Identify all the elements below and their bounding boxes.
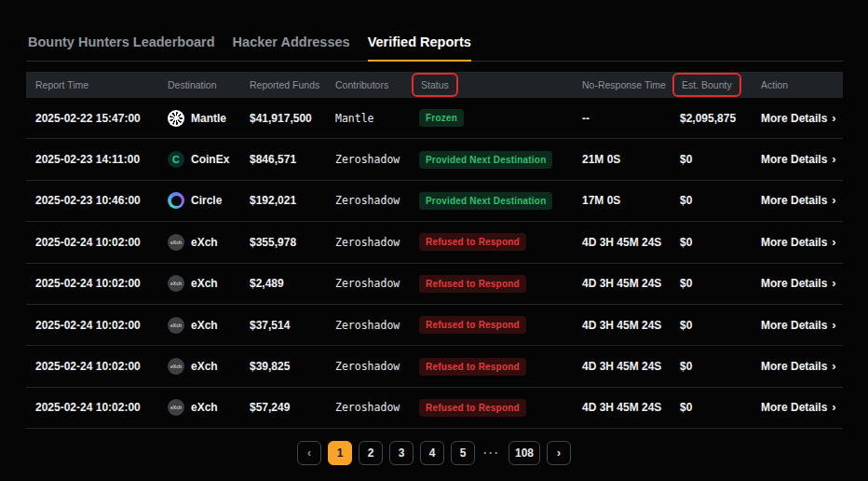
est-bounty: $0	[671, 153, 752, 166]
pagination-page-1[interactable]: 1	[328, 441, 352, 465]
table-row: 2025-02-24 10:02:00 eXch eXch $57,249 Ze…	[26, 388, 843, 429]
pagination-page-108[interactable]: 108	[509, 441, 540, 465]
column-header-est-bounty: Est. Bounty	[671, 77, 752, 92]
report-time: 2025-02-24 10:02:00	[26, 360, 158, 373]
more-details-label: More Details	[761, 401, 827, 414]
exch-icon: eXch	[168, 358, 184, 375]
destination-cell: C CoinEx	[158, 151, 240, 168]
table-row: 2025-02-23 14:11:00 C CoinEx $846,571 Ze…	[26, 139, 843, 180]
more-details-link[interactable]: More Details ›	[752, 112, 843, 125]
destination-name: eXch	[191, 236, 218, 249]
reported-funds: $355,978	[240, 236, 326, 249]
no-response-time: 4D 3H 45M 24S	[573, 319, 671, 332]
pagination-page-5[interactable]: 5	[451, 441, 475, 465]
status-cell: Refused to Respond	[410, 275, 573, 293]
mantle-icon	[168, 110, 184, 127]
chevron-right-icon: ›	[832, 277, 835, 289]
destination-name: eXch	[191, 401, 218, 414]
destination-cell: Mantle	[158, 110, 240, 127]
reported-funds: $41,917,500	[240, 112, 326, 125]
status-badge: Refused to Respond	[419, 358, 526, 376]
status-badge: Refused to Respond	[419, 316, 526, 334]
contributors: Zeroshadow	[326, 319, 410, 332]
circle-icon	[168, 192, 184, 209]
chevron-right-icon: ›	[832, 360, 835, 372]
destination-name: eXch	[191, 360, 218, 373]
chevron-right-icon: ›	[832, 236, 835, 248]
no-response-time: --	[573, 112, 671, 125]
pagination-prev-button[interactable]: ‹	[297, 441, 321, 465]
status-cell: Frozen	[410, 109, 573, 127]
more-details-label: More Details	[761, 194, 827, 207]
more-details-label: More Details	[761, 236, 827, 249]
pagination-next-button[interactable]: ›	[547, 441, 571, 465]
more-details-link[interactable]: More Details ›	[752, 277, 843, 290]
status-cell: Refused to Respond	[410, 233, 573, 251]
tab-hacker-addresses[interactable]: Hacker Addresses	[233, 34, 350, 61]
pagination: ‹12345···108›	[0, 441, 868, 465]
destination-cell: eXch eXch	[158, 234, 240, 251]
report-time: 2025-02-24 10:02:00	[26, 401, 158, 414]
est-bounty: $2,095,875	[671, 112, 752, 125]
reported-funds: $39,825	[240, 360, 326, 373]
pagination-page-4[interactable]: 4	[420, 441, 444, 465]
destination-name: eXch	[191, 319, 218, 332]
more-details-link[interactable]: More Details ›	[752, 153, 843, 166]
status-badge: Frozen	[419, 109, 464, 127]
more-details-link[interactable]: More Details ›	[752, 236, 843, 249]
destination-cell: eXch eXch	[158, 358, 240, 375]
tab-bounty-hunters-leaderboard[interactable]: Bounty Hunters Leaderboard	[28, 34, 215, 61]
table-row: 2025-02-24 10:02:00 eXch eXch $37,514 Ze…	[26, 305, 843, 346]
exch-icon: eXch	[168, 234, 184, 251]
est-bounty: $0	[671, 401, 752, 414]
reported-funds: $192,021	[240, 194, 326, 207]
chevron-right-icon: ›	[832, 319, 835, 331]
contributors: Zeroshadow	[326, 360, 410, 373]
status-badge: Refused to Respond	[419, 399, 526, 417]
contributors: Zeroshadow	[326, 277, 410, 290]
est-bounty: $0	[671, 236, 752, 249]
reported-funds: $2,489	[240, 277, 326, 290]
status-badge: Provided Next Destination	[419, 151, 552, 169]
est-bounty: $0	[671, 319, 752, 332]
chevron-right-icon: ›	[832, 194, 835, 206]
destination-name: CoinEx	[191, 153, 229, 166]
contributors: Zeroshadow	[326, 236, 410, 249]
more-details-label: More Details	[761, 112, 827, 125]
chevron-right-icon: ›	[832, 112, 835, 124]
table-row: 2025-02-24 10:02:00 eXch eXch $39,825 Ze…	[26, 346, 843, 387]
more-details-label: More Details	[761, 319, 827, 332]
tab-verified-reports[interactable]: Verified Reports	[368, 34, 471, 62]
coinex-icon: C	[168, 151, 184, 168]
destination-cell: eXch eXch	[158, 399, 240, 416]
more-details-link[interactable]: More Details ›	[752, 319, 843, 332]
reported-funds: $37,514	[240, 319, 326, 332]
no-response-time: 17M 0S	[573, 194, 671, 207]
est-bounty: $0	[671, 277, 752, 290]
status-cell: Refused to Respond	[410, 399, 573, 417]
more-details-link[interactable]: More Details ›	[752, 194, 843, 207]
column-header-report-time: Report Time	[26, 79, 158, 90]
destination-cell: eXch eXch	[158, 317, 240, 334]
contributors: Zeroshadow	[326, 401, 410, 414]
contributors: Zeroshadow	[326, 153, 410, 166]
report-time: 2025-02-24 10:02:00	[26, 319, 158, 332]
exch-icon: eXch	[168, 399, 184, 416]
table-row: 2025-02-23 10:46:00 Circle $192,021 Zero…	[26, 181, 843, 222]
more-details-link[interactable]: More Details ›	[752, 401, 843, 414]
more-details-label: More Details	[761, 153, 827, 166]
exch-icon: eXch	[168, 317, 184, 334]
destination-name: Circle	[191, 194, 222, 207]
status-badge: Refused to Respond	[419, 275, 526, 293]
column-header-contributors: Contributors	[326, 79, 410, 90]
column-header-reported-funds: Reported Funds	[240, 79, 326, 90]
more-details-link[interactable]: More Details ›	[752, 360, 843, 373]
column-header-destination: Destination	[158, 79, 240, 90]
more-details-label: More Details	[761, 360, 827, 373]
no-response-time: 4D 3H 45M 24S	[573, 401, 671, 414]
pagination-page-2[interactable]: 2	[359, 441, 383, 465]
est-bounty: $0	[671, 194, 752, 207]
pagination-page-3[interactable]: 3	[389, 441, 414, 465]
tab-bar: Bounty Hunters Leaderboard Hacker Addres…	[26, 34, 843, 62]
destination-cell: eXch eXch	[158, 275, 240, 292]
